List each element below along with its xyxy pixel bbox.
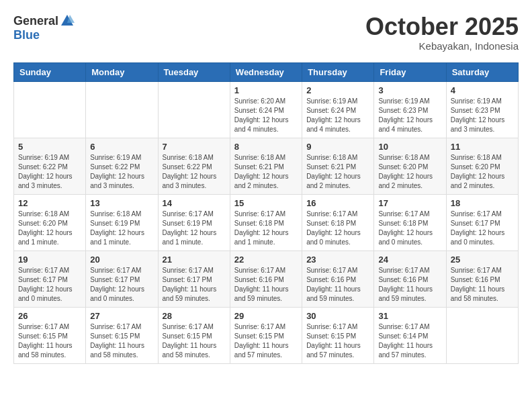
- day-number: 16: [306, 198, 369, 208]
- day-number: 3: [378, 85, 441, 95]
- day-number: 5: [18, 142, 81, 152]
- day-info: Sunrise: 6:17 AM Sunset: 6:15 PM Dayligh…: [90, 322, 153, 360]
- calendar-empty-cell: [86, 81, 158, 138]
- weekday-header-friday: Friday: [374, 62, 446, 81]
- day-info: Sunrise: 6:17 AM Sunset: 6:18 PM Dayligh…: [306, 210, 369, 247]
- day-number: 14: [163, 198, 226, 208]
- page-header: General Blue October 2025 Kebayakan, Ind…: [13, 13, 519, 52]
- day-number: 27: [90, 311, 153, 321]
- day-number: 30: [306, 311, 369, 321]
- calendar-day-cell: 19Sunrise: 6:17 AM Sunset: 6:17 PM Dayli…: [14, 250, 86, 307]
- day-info: Sunrise: 6:20 AM Sunset: 6:24 PM Dayligh…: [234, 97, 298, 134]
- day-info: Sunrise: 6:17 AM Sunset: 6:15 PM Dayligh…: [163, 322, 226, 360]
- day-info: Sunrise: 6:18 AM Sunset: 6:20 PM Dayligh…: [378, 153, 441, 191]
- calendar-day-cell: 6Sunrise: 6:19 AM Sunset: 6:22 PM Daylig…: [86, 138, 158, 194]
- day-info: Sunrise: 6:18 AM Sunset: 6:22 PM Dayligh…: [163, 153, 226, 191]
- day-info: Sunrise: 6:17 AM Sunset: 6:16 PM Dayligh…: [306, 266, 369, 304]
- calendar-day-cell: 23Sunrise: 6:17 AM Sunset: 6:16 PM Dayli…: [302, 250, 374, 307]
- day-info: Sunrise: 6:19 AM Sunset: 6:22 PM Dayligh…: [90, 153, 153, 191]
- calendar-day-cell: 7Sunrise: 6:18 AM Sunset: 6:22 PM Daylig…: [158, 138, 230, 194]
- location-subtitle: Kebayakan, Indonesia: [365, 40, 519, 52]
- day-info: Sunrise: 6:18 AM Sunset: 6:21 PM Dayligh…: [306, 153, 369, 191]
- day-number: 1: [234, 85, 298, 95]
- calendar-week-row: 26Sunrise: 6:17 AM Sunset: 6:15 PM Dayli…: [14, 307, 519, 363]
- calendar-day-cell: 10Sunrise: 6:18 AM Sunset: 6:20 PM Dayli…: [374, 138, 446, 194]
- day-number: 6: [90, 142, 153, 152]
- calendar-day-cell: 18Sunrise: 6:17 AM Sunset: 6:17 PM Dayli…: [446, 194, 518, 250]
- logo-icon: [60, 13, 75, 28]
- logo-blue: Blue: [13, 28, 40, 42]
- calendar-day-cell: 8Sunrise: 6:18 AM Sunset: 6:21 PM Daylig…: [230, 138, 302, 194]
- day-info: Sunrise: 6:17 AM Sunset: 6:17 PM Dayligh…: [18, 266, 81, 304]
- calendar-day-cell: 3Sunrise: 6:19 AM Sunset: 6:23 PM Daylig…: [374, 81, 446, 138]
- day-number: 26: [18, 311, 81, 321]
- calendar-day-cell: 11Sunrise: 6:18 AM Sunset: 6:20 PM Dayli…: [446, 138, 518, 194]
- day-number: 19: [18, 255, 81, 265]
- day-info: Sunrise: 6:19 AM Sunset: 6:22 PM Dayligh…: [18, 153, 81, 191]
- calendar-day-cell: 17Sunrise: 6:17 AM Sunset: 6:18 PM Dayli…: [374, 194, 446, 250]
- weekday-header-monday: Monday: [86, 62, 158, 81]
- day-number: 8: [234, 142, 298, 152]
- day-number: 18: [451, 198, 514, 208]
- calendar-table: SundayMondayTuesdayWednesdayThursdayFrid…: [13, 62, 519, 364]
- calendar-day-cell: 13Sunrise: 6:18 AM Sunset: 6:19 PM Dayli…: [86, 194, 158, 250]
- calendar-empty-cell: [158, 81, 230, 138]
- calendar-header-row: SundayMondayTuesdayWednesdayThursdayFrid…: [14, 62, 519, 81]
- day-number: 10: [378, 142, 441, 152]
- calendar-day-cell: 5Sunrise: 6:19 AM Sunset: 6:22 PM Daylig…: [14, 138, 86, 194]
- day-info: Sunrise: 6:17 AM Sunset: 6:18 PM Dayligh…: [378, 210, 441, 247]
- day-info: Sunrise: 6:17 AM Sunset: 6:15 PM Dayligh…: [18, 322, 81, 360]
- day-info: Sunrise: 6:18 AM Sunset: 6:20 PM Dayligh…: [451, 153, 514, 191]
- day-info: Sunrise: 6:17 AM Sunset: 6:19 PM Dayligh…: [163, 210, 226, 247]
- calendar-day-cell: 4Sunrise: 6:19 AM Sunset: 6:23 PM Daylig…: [446, 81, 518, 138]
- calendar-day-cell: 14Sunrise: 6:17 AM Sunset: 6:19 PM Dayli…: [158, 194, 230, 250]
- day-number: 17: [378, 198, 441, 208]
- day-number: 23: [306, 255, 369, 265]
- calendar-day-cell: 20Sunrise: 6:17 AM Sunset: 6:17 PM Dayli…: [86, 250, 158, 307]
- calendar-day-cell: 29Sunrise: 6:17 AM Sunset: 6:15 PM Dayli…: [230, 307, 302, 363]
- calendar-day-cell: 28Sunrise: 6:17 AM Sunset: 6:15 PM Dayli…: [158, 307, 230, 363]
- day-info: Sunrise: 6:18 AM Sunset: 6:20 PM Dayligh…: [18, 210, 81, 247]
- day-info: Sunrise: 6:18 AM Sunset: 6:21 PM Dayligh…: [234, 153, 298, 191]
- logo-general: General: [13, 14, 58, 28]
- day-number: 11: [451, 142, 514, 152]
- day-info: Sunrise: 6:17 AM Sunset: 6:17 PM Dayligh…: [163, 266, 226, 304]
- day-number: 28: [163, 311, 226, 321]
- day-number: 4: [451, 85, 514, 95]
- calendar-day-cell: 26Sunrise: 6:17 AM Sunset: 6:15 PM Dayli…: [14, 307, 86, 363]
- weekday-header-tuesday: Tuesday: [158, 62, 230, 81]
- day-info: Sunrise: 6:18 AM Sunset: 6:19 PM Dayligh…: [90, 210, 153, 247]
- day-info: Sunrise: 6:19 AM Sunset: 6:23 PM Dayligh…: [378, 97, 441, 134]
- calendar-week-row: 19Sunrise: 6:17 AM Sunset: 6:17 PM Dayli…: [14, 250, 519, 307]
- calendar-day-cell: 31Sunrise: 6:17 AM Sunset: 6:14 PM Dayli…: [374, 307, 446, 363]
- day-number: 21: [163, 255, 226, 265]
- day-number: 15: [234, 198, 298, 208]
- weekday-header-thursday: Thursday: [302, 62, 374, 81]
- day-info: Sunrise: 6:17 AM Sunset: 6:15 PM Dayligh…: [234, 322, 298, 360]
- day-info: Sunrise: 6:17 AM Sunset: 6:16 PM Dayligh…: [378, 266, 441, 304]
- day-number: 29: [234, 311, 298, 321]
- calendar-day-cell: 2Sunrise: 6:19 AM Sunset: 6:24 PM Daylig…: [302, 81, 374, 138]
- day-number: 25: [451, 255, 514, 265]
- day-info: Sunrise: 6:17 AM Sunset: 6:16 PM Dayligh…: [451, 266, 514, 304]
- calendar-week-row: 1Sunrise: 6:20 AM Sunset: 6:24 PM Daylig…: [14, 81, 519, 138]
- day-number: 12: [18, 198, 81, 208]
- calendar-day-cell: 30Sunrise: 6:17 AM Sunset: 6:15 PM Dayli…: [302, 307, 374, 363]
- title-area: October 2025 Kebayakan, Indonesia: [365, 13, 519, 52]
- weekday-header-saturday: Saturday: [446, 62, 518, 81]
- calendar-day-cell: 27Sunrise: 6:17 AM Sunset: 6:15 PM Dayli…: [86, 307, 158, 363]
- logo: General Blue: [13, 13, 75, 42]
- day-number: 31: [378, 311, 441, 321]
- calendar-week-row: 12Sunrise: 6:18 AM Sunset: 6:20 PM Dayli…: [14, 194, 519, 250]
- month-title: October 2025: [365, 13, 519, 40]
- calendar-day-cell: 15Sunrise: 6:17 AM Sunset: 6:18 PM Dayli…: [230, 194, 302, 250]
- day-info: Sunrise: 6:19 AM Sunset: 6:24 PM Dayligh…: [306, 97, 369, 134]
- day-number: 7: [163, 142, 226, 152]
- day-number: 20: [90, 255, 153, 265]
- calendar-day-cell: 16Sunrise: 6:17 AM Sunset: 6:18 PM Dayli…: [302, 194, 374, 250]
- day-number: 2: [306, 85, 369, 95]
- day-number: 24: [378, 255, 441, 265]
- weekday-header-sunday: Sunday: [14, 62, 86, 81]
- day-info: Sunrise: 6:17 AM Sunset: 6:17 PM Dayligh…: [90, 266, 153, 304]
- calendar-empty-cell: [14, 81, 86, 138]
